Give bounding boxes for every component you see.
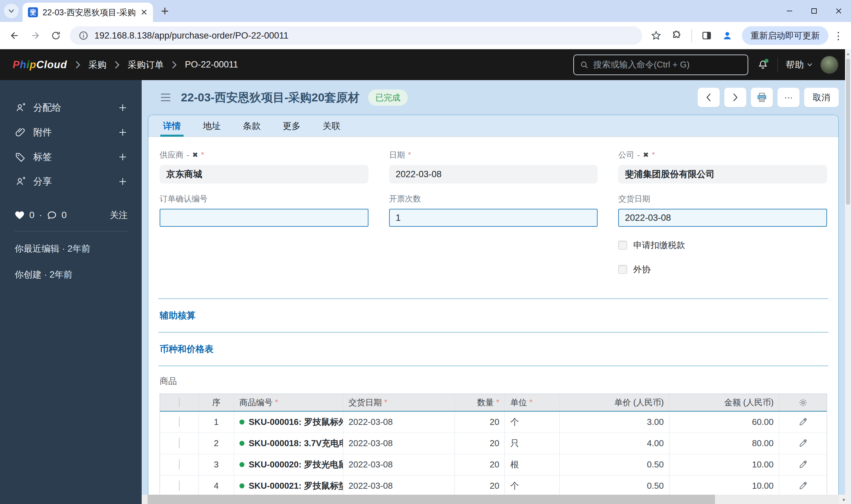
checkbox-apply-tds[interactable]: 申请扣缴税款 bbox=[618, 239, 827, 251]
help-menu[interactable]: 帮助 bbox=[786, 59, 812, 71]
browser-tab[interactable]: 斐 22-03-西安恩狄项目-采购20套 ✕ bbox=[23, 3, 153, 22]
tab-terms[interactable]: 条款 bbox=[243, 115, 261, 137]
item-code[interactable]: SKU-000020: 罗技光电鼠 bbox=[249, 460, 343, 469]
back-button[interactable] bbox=[6, 27, 23, 44]
item-code[interactable]: SKU-000021: 罗技鼠标垫 bbox=[249, 481, 343, 491]
item-code[interactable]: SKU-000016: 罗技鼠标外 bbox=[249, 417, 343, 427]
row-delivery-date[interactable]: 2022-03-08 bbox=[343, 454, 455, 475]
row-qty[interactable]: 20 bbox=[455, 454, 505, 475]
edit-row-pencil-icon[interactable] bbox=[799, 481, 808, 490]
tab-close-icon[interactable]: ✕ bbox=[140, 7, 148, 18]
edit-row-pencil-icon[interactable] bbox=[799, 460, 808, 469]
search-input[interactable] bbox=[593, 59, 742, 70]
checkbox-box[interactable] bbox=[618, 241, 627, 250]
like-count[interactable]: 0 bbox=[29, 210, 35, 220]
browser-profile-icon[interactable] bbox=[719, 27, 736, 44]
row-uom[interactable]: 只 bbox=[505, 433, 560, 454]
add-attachment-button[interactable] bbox=[118, 127, 128, 137]
notifications-button[interactable] bbox=[756, 58, 769, 71]
new-tab-button[interactable]: + bbox=[161, 4, 169, 18]
heart-icon[interactable] bbox=[15, 211, 24, 220]
item-row[interactable]: 1 SKU-000016: 罗技鼠标外 2022-03-08 20 个 3.00… bbox=[160, 411, 827, 433]
row-qty[interactable]: 20 bbox=[455, 411, 505, 433]
row-uom[interactable]: 个 bbox=[505, 411, 560, 433]
follow-link[interactable]: 关注 bbox=[110, 209, 128, 221]
sidebar-item-attachments[interactable]: 附件 bbox=[15, 120, 128, 145]
address-bar[interactable]: 192.168.8.138/app/purchase-order/PO-22-0… bbox=[70, 26, 642, 45]
sidebar-item-assigned-to[interactable]: 分配给 bbox=[15, 95, 128, 120]
cancel-button[interactable]: 取消 bbox=[804, 88, 839, 107]
date-value[interactable]: 2022-03-08 bbox=[389, 165, 598, 183]
row-delivery-date[interactable]: 2022-03-08 bbox=[343, 433, 455, 454]
comment-count[interactable]: 0 bbox=[61, 210, 67, 220]
clear-link-icon[interactable]: ✖ bbox=[643, 151, 649, 159]
item-code[interactable]: SKU-000018: 3.7V充电电 bbox=[249, 438, 343, 448]
scroll-up-arrow-icon[interactable]: ▲ bbox=[845, 49, 851, 58]
breadcrumb-purchase-order[interactable]: 采购订单 bbox=[128, 59, 164, 71]
tab-details[interactable]: 详情 bbox=[163, 115, 181, 137]
reload-button[interactable] bbox=[47, 27, 65, 44]
comment-icon[interactable] bbox=[47, 210, 57, 220]
item-row[interactable]: 2 SKU-000018: 3.7V充电电 2022-03-08 20 只 4.… bbox=[160, 433, 827, 454]
row-delivery-date[interactable]: 2022-03-08 bbox=[343, 411, 455, 433]
row-checkbox[interactable] bbox=[179, 459, 180, 470]
browser-menu-icon[interactable]: ⋮ bbox=[832, 30, 845, 41]
tab-search-button[interactable] bbox=[4, 4, 19, 18]
row-rate[interactable]: 0.50 bbox=[560, 475, 669, 496]
grid-settings-gear-icon[interactable] bbox=[798, 398, 808, 407]
side-panel-icon[interactable] bbox=[698, 27, 715, 44]
browser-update-button[interactable]: 重新启动即可更新 bbox=[742, 26, 828, 45]
row-uom[interactable]: 个 bbox=[505, 475, 560, 496]
sidebar-item-share[interactable]: 分享 bbox=[15, 169, 128, 194]
minimize-button[interactable] bbox=[777, 0, 802, 22]
bookmark-star-icon[interactable] bbox=[648, 27, 665, 44]
checkbox-subcontracted[interactable]: 外协 bbox=[618, 264, 827, 275]
checkbox-box[interactable] bbox=[618, 265, 627, 274]
user-avatar[interactable] bbox=[820, 56, 838, 74]
prev-document-button[interactable] bbox=[698, 88, 720, 107]
row-qty[interactable]: 20 bbox=[455, 433, 505, 454]
vertical-scrollbar-thumb[interactable] bbox=[846, 58, 850, 205]
extensions-icon[interactable] bbox=[668, 27, 686, 44]
edit-row-pencil-icon[interactable] bbox=[799, 439, 808, 448]
row-rate[interactable]: 0.50 bbox=[560, 454, 669, 475]
section-aux-accounting[interactable]: 辅助核算 bbox=[158, 299, 828, 332]
breadcrumb-document-id[interactable]: PO-22-00011 bbox=[185, 59, 238, 70]
print-button[interactable] bbox=[751, 88, 773, 107]
horizontal-scrollbar-thumb[interactable] bbox=[148, 495, 715, 504]
row-rate[interactable]: 3.00 bbox=[560, 411, 669, 433]
next-document-button[interactable] bbox=[724, 88, 746, 107]
vertical-scrollbar[interactable]: ▲ bbox=[845, 49, 851, 504]
row-checkbox[interactable] bbox=[179, 417, 180, 427]
company-value[interactable]: 斐浦集团股份有限公司 bbox=[618, 165, 827, 183]
order-confirmation-input[interactable] bbox=[160, 209, 369, 227]
row-uom[interactable]: 根 bbox=[505, 454, 560, 475]
clear-link-icon[interactable]: ✖ bbox=[192, 151, 198, 159]
row-checkbox[interactable] bbox=[179, 480, 180, 491]
forward-button[interactable] bbox=[26, 27, 44, 44]
horizontal-scrollbar[interactable]: ▸ bbox=[142, 495, 851, 504]
tab-address[interactable]: 地址 bbox=[203, 115, 221, 137]
add-tag-button[interactable] bbox=[118, 152, 128, 162]
menu-hamburger-icon[interactable] bbox=[160, 93, 172, 102]
tab-connections[interactable]: 关联 bbox=[323, 115, 340, 137]
item-row[interactable]: 3 SKU-000020: 罗技光电鼠 2022-03-08 20 根 0.50… bbox=[160, 454, 827, 475]
tab-more[interactable]: 更多 bbox=[283, 115, 301, 137]
close-button[interactable] bbox=[827, 0, 851, 22]
row-qty[interactable]: 20 bbox=[455, 475, 505, 496]
row-rate[interactable]: 4.00 bbox=[560, 433, 669, 454]
invoice-count-input[interactable] bbox=[389, 209, 598, 227]
add-assignment-button[interactable] bbox=[118, 103, 128, 113]
global-search[interactable] bbox=[573, 55, 748, 75]
site-info-icon[interactable] bbox=[78, 31, 88, 40]
more-actions-button[interactable]: ··· bbox=[778, 88, 799, 107]
edit-row-pencil-icon[interactable] bbox=[799, 417, 808, 426]
add-share-button[interactable] bbox=[118, 177, 128, 186]
section-currency-price-list[interactable]: 币种和价格表 bbox=[158, 332, 828, 366]
select-all-checkbox[interactable] bbox=[179, 397, 180, 407]
maximize-button[interactable] bbox=[802, 0, 827, 22]
item-row[interactable]: 4 SKU-000021: 罗技鼠标垫 2022-03-08 20 个 0.50… bbox=[160, 475, 827, 496]
sidebar-item-tags[interactable]: 标签 bbox=[15, 145, 128, 169]
app-logo[interactable]: PhipCloud bbox=[13, 59, 67, 71]
supplier-value[interactable]: 京东商城 bbox=[160, 165, 369, 183]
